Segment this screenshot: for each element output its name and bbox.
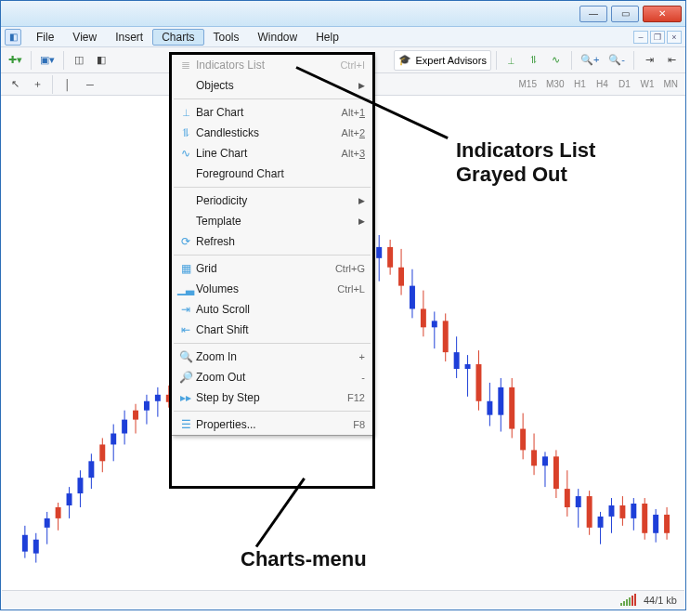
svg-rect-55 bbox=[520, 429, 526, 451]
menu-item-objects[interactable]: Objects▶ bbox=[172, 75, 372, 96]
market-watch-button[interactable]: ◫ bbox=[69, 50, 89, 71]
step-icon: ▸▸ bbox=[176, 391, 196, 404]
menu-item-shortcut: Ctrl+L bbox=[337, 283, 365, 295]
cursor-button[interactable]: ↖ bbox=[5, 74, 25, 95]
menu-tools[interactable]: Tools bbox=[204, 29, 249, 46]
menu-view[interactable]: View bbox=[63, 29, 106, 46]
crosshair-button[interactable]: ＋ bbox=[27, 74, 47, 95]
svg-rect-37 bbox=[421, 308, 426, 327]
menu-item-shortcut: F12 bbox=[347, 392, 365, 403]
menubar: ◧ File View Insert Charts Tools Window H… bbox=[1, 27, 685, 47]
profiles-button[interactable]: ▣▾ bbox=[36, 50, 59, 71]
svg-rect-39 bbox=[432, 321, 437, 327]
submenu-arrow-icon: ▶ bbox=[358, 196, 365, 205]
indicator-bars-button[interactable]: ⟂ bbox=[501, 50, 522, 71]
minimize-button[interactable]: — bbox=[579, 6, 607, 22]
menu-file[interactable]: File bbox=[27, 29, 63, 46]
menu-item-label: Objects bbox=[196, 79, 353, 92]
svg-rect-29 bbox=[376, 247, 382, 258]
hline-button[interactable]: ─ bbox=[80, 74, 100, 95]
svg-rect-11 bbox=[77, 478, 83, 493]
child-restore-button[interactable]: ❐ bbox=[650, 31, 665, 44]
menu-item-grid[interactable]: ▦GridCtrl+G bbox=[172, 258, 372, 279]
menu-help[interactable]: Help bbox=[306, 29, 348, 46]
menu-item-label: Line Chart bbox=[196, 147, 342, 160]
svg-rect-63 bbox=[565, 489, 570, 507]
candlesticks-icon: ⥮ bbox=[176, 126, 196, 139]
child-minimize-button[interactable]: – bbox=[633, 31, 648, 44]
navigator-button[interactable]: ◧ bbox=[91, 50, 111, 71]
menu-item-zoom-in[interactable]: 🔍Zoom In+ bbox=[172, 347, 372, 367]
chartshift-button[interactable]: ⇤ bbox=[661, 50, 682, 71]
statusbar: 44/1 kb bbox=[2, 590, 684, 609]
indicator-candles-button[interactable]: ⥮ bbox=[524, 50, 544, 71]
menu-item-line-chart[interactable]: ∿Line ChartAlt+3 bbox=[172, 143, 372, 164]
vline-button[interactable]: │ bbox=[58, 74, 78, 95]
zoom-out-button[interactable]: 🔍- bbox=[605, 50, 629, 71]
child-close-button[interactable]: × bbox=[667, 31, 682, 44]
menu-item-shortcut: F8 bbox=[353, 419, 365, 430]
menu-item-template[interactable]: Template▶ bbox=[172, 211, 372, 231]
tf-mn[interactable]: MN bbox=[659, 74, 682, 95]
menu-item-foreground-chart[interactable]: Foreground Chart bbox=[172, 164, 372, 184]
svg-rect-35 bbox=[410, 286, 415, 309]
menu-item-chart-shift[interactable]: ⇤Chart Shift bbox=[172, 320, 372, 340]
svg-rect-73 bbox=[619, 505, 625, 518]
svg-rect-33 bbox=[398, 268, 404, 286]
svg-rect-17 bbox=[111, 434, 116, 445]
menu-item-shortcut: + bbox=[359, 351, 365, 362]
tf-m15[interactable]: M15 bbox=[515, 74, 540, 95]
menu-item-volumes[interactable]: ▁▃VolumesCtrl+L bbox=[172, 279, 372, 299]
tf-w1[interactable]: W1 bbox=[636, 74, 657, 95]
menu-item-step-by-step[interactable]: ▸▸Step by StepF12 bbox=[172, 387, 372, 408]
menu-item-properties[interactable]: ☰Properties...F8 bbox=[172, 414, 372, 435]
close-button[interactable]: ✕ bbox=[643, 6, 682, 22]
menu-item-label: Volumes bbox=[196, 282, 337, 295]
menu-item-label: Zoom Out bbox=[196, 371, 361, 384]
menu-window[interactable]: Window bbox=[249, 29, 307, 46]
menu-item-refresh[interactable]: ⟳Refresh bbox=[172, 231, 372, 252]
svg-rect-53 bbox=[509, 387, 514, 429]
menu-item-candlesticks[interactable]: ⥮CandlesticksAlt+2 bbox=[172, 123, 372, 143]
autoscroll-button[interactable]: ⇥ bbox=[639, 50, 659, 71]
menu-item-label: Auto Scroll bbox=[196, 303, 365, 316]
grid-icon: ▦ bbox=[176, 262, 196, 275]
tf-h4[interactable]: H4 bbox=[592, 74, 612, 95]
menu-item-zoom-out[interactable]: 🔎Zoom Out- bbox=[172, 367, 372, 387]
svg-rect-23 bbox=[144, 401, 150, 411]
menu-charts[interactable]: Charts bbox=[152, 29, 203, 46]
svg-rect-15 bbox=[99, 444, 105, 461]
autoscroll-icon: ⇥ bbox=[176, 303, 196, 316]
menu-insert[interactable]: Insert bbox=[106, 29, 152, 46]
menu-item-bar-chart[interactable]: ⟂Bar ChartAlt+1 bbox=[172, 102, 372, 123]
menu-item-label: Periodicity bbox=[196, 194, 353, 207]
menu-item-label: Grid bbox=[196, 262, 335, 275]
line-chart-icon: ∿ bbox=[176, 147, 196, 160]
tf-m30[interactable]: M30 bbox=[542, 74, 567, 95]
svg-rect-19 bbox=[122, 420, 127, 434]
maximize-button[interactable]: ▭ bbox=[611, 6, 639, 22]
zoom-in-icon: 🔍 bbox=[176, 350, 196, 363]
svg-rect-9 bbox=[67, 493, 72, 505]
svg-rect-69 bbox=[598, 517, 604, 528]
tf-h1[interactable]: H1 bbox=[569, 74, 590, 95]
indicator-line-button[interactable]: ∿ bbox=[546, 50, 566, 71]
menu-item-indicators-list: ≣Indicators ListCtrl+I bbox=[172, 55, 372, 75]
menu-item-auto-scroll[interactable]: ⇥Auto Scroll bbox=[172, 299, 372, 320]
svg-rect-21 bbox=[133, 411, 138, 420]
status-text: 44/1 kb bbox=[644, 595, 677, 606]
new-chart-button[interactable]: ✚▾ bbox=[5, 50, 26, 71]
svg-rect-71 bbox=[608, 505, 614, 517]
tf-d1[interactable]: D1 bbox=[614, 74, 634, 95]
svg-rect-3 bbox=[33, 540, 39, 554]
svg-rect-7 bbox=[56, 507, 61, 518]
svg-rect-67 bbox=[587, 496, 592, 528]
menu-item-periodicity[interactable]: Periodicity▶ bbox=[172, 190, 372, 211]
menu-item-label: Candlesticks bbox=[196, 126, 342, 139]
zoom-in-button[interactable]: 🔍+ bbox=[577, 50, 603, 71]
expert-advisors-button[interactable]: 🎓 Expert Advisors bbox=[394, 50, 490, 71]
svg-rect-43 bbox=[454, 352, 460, 369]
svg-rect-45 bbox=[465, 364, 471, 369]
svg-rect-41 bbox=[443, 321, 449, 352]
chartshift-icon: ⇤ bbox=[176, 323, 196, 336]
